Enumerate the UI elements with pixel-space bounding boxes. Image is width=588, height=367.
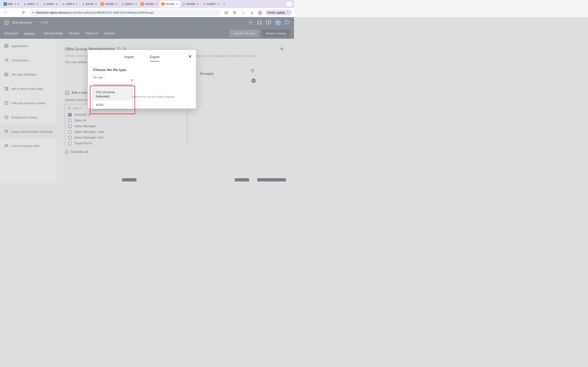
github-favicon: ◯ [121,2,125,6]
close-icon[interactable]: ✕ [176,3,178,6]
jira-favicon: ◆ [81,2,85,6]
svg-point-2 [259,11,261,13]
mail-favicon: ✉ [4,2,7,6]
browser-tab[interactable]: ◆[H2R-2✕ [61,1,80,7]
site-info-icon[interactable]: ⊶ [32,11,35,14]
browser-tab[interactable]: ✦ChatGP✕ [201,1,221,7]
chatgpt-favicon: ✦ [203,2,206,6]
close-icon[interactable]: ✕ [115,3,118,6]
new-tab-button[interactable]: + [221,1,227,7]
browser-tab[interactable]: ◆[H2R-2✕ [41,1,61,7]
forward-button[interactable]: → [11,9,17,16]
jira-favicon: ◆ [23,2,26,6]
hire2retire-favicon: ☁ [101,2,104,6]
chevron-down-icon [131,80,133,81]
close-icon[interactable]: ✕ [56,3,59,6]
browser-tab-bar: ✉Mail - J✕ ◆[H2R-2✕ ◆[H2R-2✕ ◆[H2R-2✕ ◆[… [0,0,294,8]
address-bar: ← → ⟳ ⊶ hire2retire-alpha.robomq.io/v15/… [0,8,294,17]
browser-tab-active[interactable]: ☁Hire2Re✕ [160,1,180,7]
downloads-icon[interactable] [249,9,255,16]
tab-dropdown-button[interactable]: ⌄ [286,1,292,7]
file-type-select[interactable] [93,80,133,85]
close-icon[interactable]: ✕ [217,3,219,6]
dropdown-option-csv[interactable]: CSV (Comma Delimited) [93,88,132,100]
browser-tab[interactable]: ☁Hire2Re✕ [139,1,160,7]
tab-list: ✉Mail - J✕ ◆[H2R-2✕ ◆[H2R-2✕ ◆[H2R-2✕ ◆[… [2,1,285,7]
file-type-label: File Type * [93,76,191,79]
file-type-dropdown: CSV (Comma Delimited) XLSX [93,88,132,109]
browser-tab[interactable]: ✉Mail - J✕ [2,1,22,7]
dropdown-option-xlsx[interactable]: XLSX [93,100,132,109]
browser-tab[interactable]: ☁Hire2Re✕ [99,1,120,7]
browser-tab[interactable]: ◆[CSTM✕ [80,1,99,7]
browser-tab[interactable]: ◯[H2R-2✕ [120,1,139,7]
close-icon[interactable]: ✕ [134,3,137,6]
modal-heading: Choose the file type [93,68,191,72]
url-input[interactable]: ⊶ hire2retire-alpha.robomq.io/v15/robomq… [29,9,221,16]
zoom-icon[interactable] [232,9,238,16]
helper-text: xcel functions and HR profile mapping [130,95,191,98]
back-button[interactable]: ← [2,9,9,16]
close-icon[interactable]: ✕ [196,3,199,6]
close-icon[interactable]: ✕ [36,3,39,6]
menu-icon: ⋮ [286,11,289,14]
jira-favicon: ◆ [62,2,65,6]
hire2retire-favicon: ☁ [141,2,144,6]
bookmark-icon[interactable]: ☆ [240,9,247,16]
github-favicon: ◯ [182,2,185,6]
browser-tab[interactable]: ◯Hire2Re✕ [180,1,201,7]
export-tab[interactable]: Export [150,55,159,61]
close-icon[interactable]: ✕ [75,3,78,6]
browser-tab[interactable]: ◆[H2R-2✕ [22,1,41,7]
profile-button[interactable] [257,10,263,16]
reload-button[interactable]: ⟳ [20,9,26,16]
jira-favicon: ◆ [43,2,46,6]
close-icon[interactable]: ✕ [17,3,20,6]
hire2retire-favicon: ☁ [161,2,164,6]
import-tab[interactable]: Import [124,55,134,61]
finish-update-button[interactable]: Finish update⋮ [265,10,292,16]
install-app-icon[interactable] [223,9,229,16]
close-icon[interactable]: ✕ [155,3,158,6]
close-modal-icon[interactable]: ✕ [188,54,192,59]
close-icon[interactable]: ✕ [94,3,97,6]
